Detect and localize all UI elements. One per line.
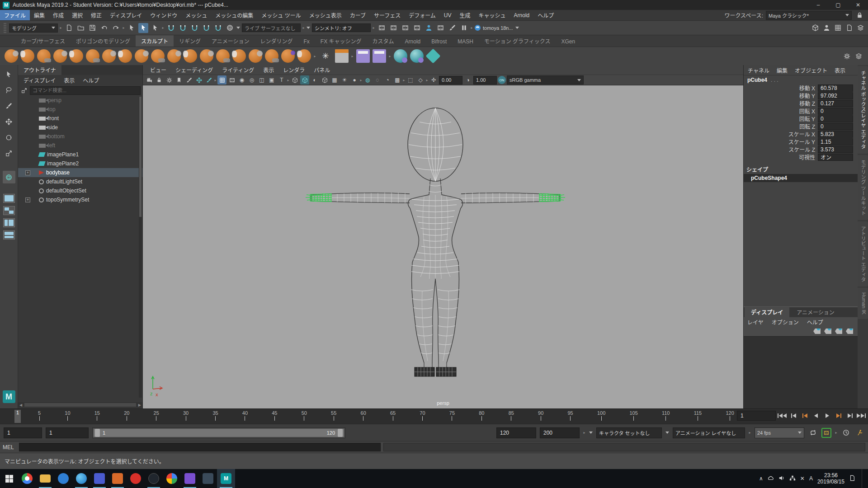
channel-row-translate-y[interactable]: 移動 Y97.092 bbox=[744, 92, 858, 99]
current-time-field[interactable]: 1 bbox=[737, 411, 776, 421]
solidify-snowflake-tool-icon[interactable]: ✳ bbox=[319, 49, 332, 63]
scrape-tool-icon[interactable] bbox=[184, 49, 197, 63]
outliner-search-input[interactable] bbox=[30, 86, 141, 95]
menu-cache[interactable]: キャッシュ bbox=[475, 10, 510, 20]
viewport-render-icon[interactable] bbox=[435, 23, 445, 33]
layer-list[interactable] bbox=[744, 336, 858, 408]
outliner-item-defaultobjectset[interactable]: defaultObjectSet bbox=[18, 186, 142, 195]
single-pane-layout-button[interactable] bbox=[3, 194, 15, 203]
flatten-tool-icon[interactable] bbox=[86, 49, 99, 63]
render-settings-icon[interactable] bbox=[400, 23, 410, 33]
smear-tool-icon[interactable] bbox=[232, 49, 246, 63]
menu-edit[interactable]: 編集 bbox=[30, 10, 49, 20]
two-d-pan-zoom-icon[interactable] bbox=[194, 75, 203, 84]
expand-icon[interactable]: + bbox=[25, 197, 30, 202]
shelf-tab-animation[interactable]: アニメーション bbox=[206, 35, 255, 47]
go-to-end-button[interactable] bbox=[856, 411, 866, 420]
tray-cloud-icon[interactable] bbox=[768, 475, 774, 483]
tray-usb-icon[interactable] bbox=[789, 475, 796, 483]
menu-windows[interactable]: ウィンドウ bbox=[146, 10, 181, 20]
auto-keyframe-icon[interactable] bbox=[821, 428, 831, 438]
menu-help[interactable]: ヘルプ bbox=[533, 10, 558, 20]
layer-tab-animation[interactable]: アニメーション bbox=[790, 307, 841, 317]
tab-modeling-toolkit[interactable]: モデリング ツールキット bbox=[858, 155, 868, 220]
outliner-tab[interactable]: アウトライナ bbox=[18, 65, 61, 75]
menu-modify[interactable]: 修正 bbox=[87, 10, 106, 20]
foamy-tool-icon[interactable] bbox=[102, 49, 116, 63]
wireframe-icon[interactable] bbox=[290, 75, 299, 84]
taskbar-calculator-icon[interactable] bbox=[199, 469, 217, 488]
outliner-vscrollbar[interactable] bbox=[139, 97, 142, 398]
bookmark-icon[interactable] bbox=[175, 75, 184, 84]
render-sequence-icon[interactable] bbox=[412, 23, 422, 33]
outliner-item-imageplane2[interactable]: imagePlane2 bbox=[18, 159, 142, 168]
gamma-on-toggle[interactable]: ON bbox=[498, 76, 506, 84]
safe-action-icon[interactable]: ▣ bbox=[267, 75, 276, 84]
shadows-icon[interactable]: ● bbox=[350, 75, 359, 84]
outliner-item-left[interactable]: left bbox=[18, 141, 142, 150]
outliner-hscrollbar[interactable]: ◀▶ bbox=[18, 402, 142, 408]
menu-display[interactable]: ディスプレイ bbox=[106, 10, 146, 20]
channel-menu-show[interactable]: 表示 bbox=[831, 66, 849, 75]
outliner-menu-help[interactable]: ヘルプ bbox=[79, 75, 103, 85]
shelf-tab-fx[interactable]: Fx bbox=[298, 37, 315, 47]
tab-channel-box-layer-editor[interactable]: チャネル ボックス/レイヤ エディタ bbox=[858, 66, 868, 154]
outliner-item-side[interactable]: side bbox=[18, 123, 142, 132]
viewport-canvas[interactable]: z x persp bbox=[143, 85, 743, 408]
viewport-menu-view[interactable]: ビュー bbox=[146, 65, 171, 75]
taskbar-app-blue-icon[interactable] bbox=[54, 469, 72, 488]
minimize-button[interactable]: – bbox=[808, 0, 828, 10]
xgen-groom-editor-icon[interactable] bbox=[373, 49, 386, 63]
shelf-tab-mash[interactable]: MASH bbox=[452, 37, 479, 47]
range-slider[interactable]: 1 120 bbox=[92, 427, 345, 438]
fps-selector[interactable]: 24 fps bbox=[755, 427, 804, 438]
menu-create[interactable]: 作成 bbox=[49, 10, 68, 20]
lasso-tool-icon[interactable] bbox=[3, 84, 15, 96]
select-by-object-icon[interactable] bbox=[138, 23, 148, 33]
step-forward-key-button[interactable] bbox=[834, 411, 844, 420]
ipr-render-icon[interactable] bbox=[388, 23, 398, 33]
safe-title-icon[interactable]: T bbox=[277, 75, 286, 84]
wax-tool-icon[interactable] bbox=[167, 49, 181, 63]
expand-icon[interactable]: + bbox=[25, 170, 30, 175]
xray-icon[interactable]: ⬚ bbox=[406, 75, 415, 84]
taskbar-maya-icon[interactable]: M bbox=[217, 469, 235, 488]
toggle-attribute-editor-icon[interactable] bbox=[844, 23, 854, 33]
action-center-icon[interactable] bbox=[849, 475, 855, 483]
film-gate-icon[interactable] bbox=[227, 75, 236, 84]
tab-human-ik[interactable]: Human IK bbox=[858, 288, 868, 319]
maximize-button[interactable]: ▢ bbox=[828, 0, 848, 10]
step-back-frame-button[interactable] bbox=[788, 411, 798, 420]
shelf-list-icon[interactable] bbox=[854, 51, 863, 61]
layer-menu-help[interactable]: ヘルプ bbox=[803, 317, 827, 327]
animation-end-field[interactable]: 200 bbox=[540, 427, 580, 438]
shelf-tab-bifrost[interactable]: Bifrost bbox=[426, 37, 452, 47]
close-button[interactable]: ✕ bbox=[848, 0, 868, 10]
taskbar-app-red-icon[interactable] bbox=[127, 469, 145, 488]
pause-viewport-icon[interactable] bbox=[459, 23, 469, 33]
screen-space-ao-icon[interactable]: ◍ bbox=[363, 75, 372, 84]
last-tool-sculpt-icon[interactable] bbox=[3, 171, 15, 183]
menu-arnold[interactable]: Arnold bbox=[510, 11, 534, 20]
grab-tool-icon[interactable] bbox=[53, 49, 67, 63]
fill-tool-icon[interactable] bbox=[200, 49, 213, 63]
go-to-start-button[interactable] bbox=[777, 411, 787, 420]
viewport-menu-lighting[interactable]: ライティング bbox=[217, 65, 259, 75]
outliner-item-toposymmetryset[interactable]: +topoSymmetrySet bbox=[18, 195, 142, 204]
paint-effects-icon[interactable] bbox=[447, 23, 457, 33]
select-camera-icon[interactable] bbox=[145, 75, 154, 84]
outliner-filter-icon[interactable] bbox=[20, 86, 28, 94]
taskbar-edge-icon[interactable] bbox=[72, 469, 90, 488]
move-layer-up-icon[interactable] bbox=[813, 328, 821, 334]
menu-edit-mesh[interactable]: メッシュの編集 bbox=[211, 10, 257, 20]
range-start-handle[interactable] bbox=[95, 429, 100, 437]
taskbar-app-google-icon[interactable] bbox=[163, 469, 181, 488]
amplify-tool-icon[interactable] bbox=[265, 49, 278, 63]
menu-mesh-display[interactable]: メッシュ表示 bbox=[305, 10, 346, 20]
motion-blur-icon[interactable]: ◌ bbox=[373, 75, 382, 84]
play-backwards-button[interactable] bbox=[811, 411, 821, 420]
menu-curves[interactable]: カーブ bbox=[346, 10, 370, 20]
camera-attributes-icon[interactable] bbox=[165, 75, 174, 84]
taskbar-app-orange-icon[interactable] bbox=[108, 469, 127, 488]
outliner-item-bodybase[interactable]: +bodybase bbox=[18, 168, 142, 177]
